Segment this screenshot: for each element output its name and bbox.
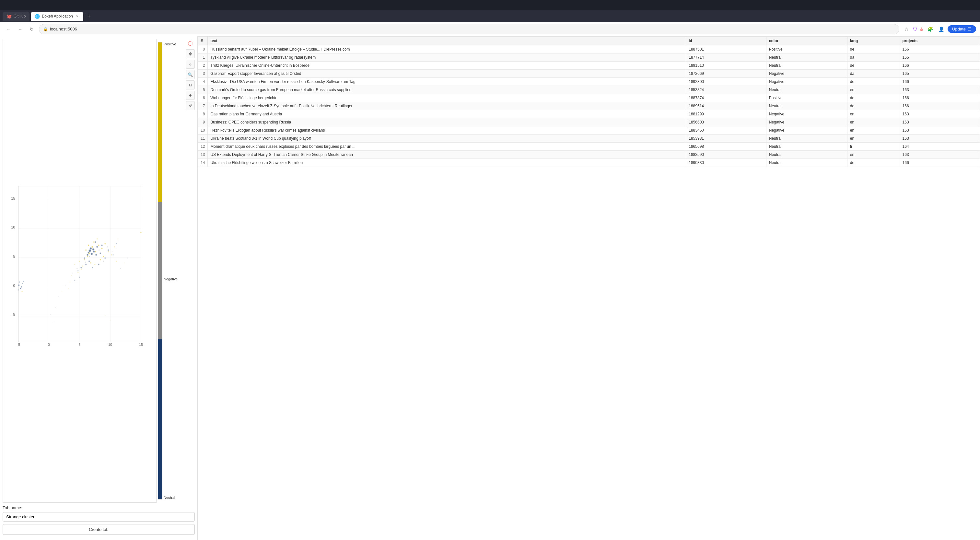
cell-id: 1865698 [686,143,766,151]
svg-point-53 [92,267,93,268]
svg-point-90 [105,315,105,316]
svg-point-55 [78,270,78,271]
cell-color: Negative [766,126,847,134]
toolbar: ⬡ ✥ ⌾ 🔍 ⊡ ⊕ ↺ [185,39,195,503]
svg-text:5: 5 [78,342,80,347]
svg-point-62 [92,248,94,250]
plot-row: 15 10 5 0 –5 –5 0 5 10 15 [3,39,195,503]
svg-point-46 [100,253,101,254]
lasso-select-button[interactable]: ⌾ [186,60,195,69]
svg-point-78 [58,296,59,296]
warning-icon: ⚠ [920,27,924,32]
col-header-num: # [198,37,208,45]
table-row: 6 Wohnungen für Flüchtlinge hergerichtet… [198,94,980,102]
col-header-id: id [686,37,766,45]
forward-button[interactable]: → [16,25,25,34]
tab-github[interactable]: 🐙 GitHub [3,12,30,21]
svg-point-50 [102,245,103,246]
cell-projects: 166 [900,78,980,86]
svg-point-65 [95,254,97,256]
svg-point-52 [104,257,106,259]
svg-point-12 [91,246,93,248]
cell-text: Gazprom Export stopper leverancen af gas… [208,70,686,78]
shield-icon: 🛡 [913,27,918,32]
col-header-lang: lang [847,37,900,45]
svg-point-48 [95,242,96,243]
svg-point-67 [99,250,100,250]
cell-num: 6 [198,94,208,102]
table-row: 3 Gazprom Export stopper leverancen af g… [198,70,980,78]
tab-name-input[interactable] [3,512,195,521]
svg-point-40 [68,288,69,289]
reload-button[interactable]: ↻ [27,25,36,34]
svg-point-37 [116,261,117,261]
cell-num: 14 [198,159,208,167]
cell-text: Gas ration plans for Germany and Austria [208,110,686,118]
svg-point-35 [114,246,115,247]
main-content: 15 10 5 0 –5 –5 0 5 10 15 [0,36,980,540]
svg-point-79 [127,258,128,258]
create-tab-button[interactable]: Create tab [3,524,195,535]
reset-button[interactable]: ↺ [186,101,195,110]
svg-point-13 [85,249,86,250]
extensions-icon[interactable]: 🧩 [926,25,935,34]
cell-color: Neutral [766,134,847,143]
svg-point-19 [84,259,85,260]
cell-projects: 166 [900,45,980,54]
cell-num: 10 [198,126,208,134]
cell-projects: 163 [900,134,980,143]
col-header-projects: projects [900,37,980,45]
zoom-button[interactable]: 🔍 [186,70,195,79]
svg-point-81 [20,288,21,289]
cell-id: 1856603 [686,118,766,126]
svg-point-66 [89,256,90,257]
svg-point-32 [78,272,78,273]
hover-button[interactable]: ⊕ [186,91,195,100]
cell-num: 9 [198,118,208,126]
cell-color: Negative [766,110,847,118]
svg-point-27 [100,259,101,260]
cell-lang: de [847,94,900,102]
cell-color: Neutral [766,151,847,159]
cell-color: Neutral [766,62,847,70]
svg-point-72 [72,272,73,273]
pan-tool-button[interactable]: ✥ [186,49,195,58]
table-row: 13 US Extends Deployment of Harry S. Tru… [198,151,980,159]
tab-close-bokeh[interactable]: ✕ [75,14,80,19]
svg-point-87 [18,290,19,290]
svg-point-29 [81,269,82,270]
cell-lang: fr [847,143,900,151]
cell-projects: 164 [900,143,980,151]
svg-point-26 [79,261,80,261]
cell-text: Ukraine beats Scotland 3-1 in World Cup … [208,134,686,143]
svg-point-39 [118,239,118,239]
address-bar[interactable] [50,27,895,32]
bookmarks-icon[interactable]: ☆ [902,25,911,34]
tab-bokeh[interactable]: 🌐 Bokeh Application ✕ [31,12,83,21]
new-tab-button[interactable]: + [84,12,94,21]
cell-num: 12 [198,143,208,151]
box-zoom-button[interactable]: ⊡ [186,80,195,89]
cell-id: 1889514 [686,102,766,110]
data-table: # text id color lang projects 0 Russland… [198,36,980,167]
svg-point-84 [22,283,23,284]
cell-id: 1872669 [686,70,766,78]
cell-id: 1887501 [686,45,766,54]
cell-color: Neutral [766,159,847,167]
cell-num: 5 [198,86,208,94]
bokeh-logo-icon: ⬡ [186,39,195,48]
cell-color: Positive [766,45,847,54]
cell-text: In Deutschland tauchen vereinzelt Z-Symb… [208,102,686,110]
col-header-text: text [208,37,686,45]
cell-lang: de [847,159,900,167]
update-button[interactable]: Update ☰ [948,25,976,33]
back-button[interactable]: ← [4,25,13,34]
cell-projects: 163 [900,126,980,134]
svg-point-58 [113,255,113,255]
svg-point-51 [80,267,82,268]
cell-projects: 166 [900,94,980,102]
svg-point-57 [79,277,80,278]
svg-point-17 [87,256,88,257]
data-table-area: # text id color lang projects 0 Russland… [198,36,980,540]
profile-icon[interactable]: 👤 [937,25,946,34]
